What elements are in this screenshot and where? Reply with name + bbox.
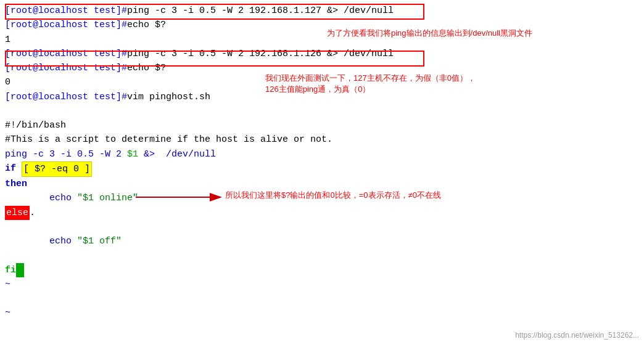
line-shebang: #!/bin/bash bbox=[5, 118, 639, 132]
prompt-5: [root@localhost test]# bbox=[5, 61, 127, 75]
cmd-5: echo $? bbox=[127, 61, 166, 75]
line-blank2 bbox=[5, 220, 639, 234]
prompt-7: [root@localhost test]# bbox=[5, 90, 127, 104]
annotation-1: 为了方便看我们将ping输出的信息输出到/dev/null黑洞文件 bbox=[327, 28, 532, 39]
tilde-1: ~ bbox=[5, 277, 10, 291]
else-dot: . bbox=[30, 206, 35, 220]
tilde-3: ~ bbox=[5, 306, 10, 320]
output-1: 1 bbox=[5, 33, 10, 47]
echo-cmd: echo bbox=[49, 191, 77, 205]
watermark: https://blog.csdn.net/weixin_513262... bbox=[515, 331, 639, 340]
line-ping: ping -c 3 -i 0.5 -W 2 $1 &> /dev/null bbox=[5, 147, 639, 161]
line-if: if [ $? -eq 0 ] bbox=[5, 161, 639, 177]
echo-off-cmd: echo bbox=[49, 234, 77, 248]
then-keyword: then bbox=[5, 177, 27, 191]
annotation-2a: 我们现在外面测试一下，127主机不存在，为假（非0值）， bbox=[265, 73, 476, 84]
echo-off-indent bbox=[5, 234, 49, 248]
ping-cmd: ping -c 3 -i 0.5 -W 2 bbox=[5, 147, 127, 161]
line-4: [root@localhost test]#ping -c 3 -i 0.5 -… bbox=[5, 47, 639, 61]
line-then: then bbox=[5, 177, 639, 191]
else-keyword: else bbox=[5, 206, 30, 220]
line-1: [root@localhost test]#ping -c 3 -i 0.5 -… bbox=[5, 4, 639, 18]
ping-redirect: &> /dev/null bbox=[138, 147, 216, 161]
shebang-text: #!/bin/bash bbox=[5, 118, 66, 132]
echo-off-str: "$1 off" bbox=[77, 234, 122, 248]
annotation-2b: 126主值能ping通，为真（0） bbox=[265, 84, 371, 95]
line-blank1 bbox=[5, 104, 639, 118]
ping-arg: $1 bbox=[127, 147, 138, 161]
the-word: the bbox=[194, 132, 210, 147]
if-condition: [ $? -eq 0 ] bbox=[22, 161, 92, 177]
prompt-1: [root@localhost test]# bbox=[5, 4, 127, 18]
output-0: 0 bbox=[5, 75, 10, 89]
line-fi: fi bbox=[5, 263, 639, 277]
line-tilde2 bbox=[5, 291, 639, 306]
annotation-3: 所以我们这里将$?输出的值和0比较，=0表示存活，≠0不在线 bbox=[225, 190, 441, 201]
echo-online-str: "$1 online" bbox=[77, 191, 138, 205]
prompt-2: [root@localhost test]# bbox=[5, 18, 127, 32]
echo-indent bbox=[5, 191, 49, 205]
cmd-2: echo $? bbox=[127, 18, 166, 32]
fi-cursor bbox=[16, 263, 24, 277]
line-else: else. bbox=[5, 206, 639, 220]
prompt-4: [root@localhost test]# bbox=[5, 47, 127, 61]
comment-text-2: host is alive or not. bbox=[210, 132, 332, 147]
line-3: 1 bbox=[5, 33, 639, 47]
line-comment: #This is a script to determine if the ho… bbox=[5, 132, 639, 147]
cmd-7: vim pinghost.sh bbox=[127, 90, 210, 104]
cmd-1: ping -c 3 -i 0.5 -W 2 192.168.1.127 &> /… bbox=[127, 4, 394, 18]
cmd-4: ping -c 3 -i 0.5 -W 2 192.168.1.126 &> /… bbox=[127, 47, 394, 61]
line-echo-off: echo "$1 off" bbox=[5, 234, 639, 248]
comment-text: #This is a script to determine if bbox=[5, 132, 194, 147]
line-tilde1: ~ bbox=[5, 277, 639, 291]
terminal-window: [root@localhost test]#ping -c 3 -i 0.5 -… bbox=[0, 0, 644, 342]
fi-keyword: fi bbox=[5, 263, 16, 277]
if-keyword: if bbox=[5, 161, 22, 176]
line-tilde3: ~ bbox=[5, 306, 639, 320]
line-2: [root@localhost test]#echo $? bbox=[5, 18, 639, 32]
line-blank3 bbox=[5, 248, 639, 263]
